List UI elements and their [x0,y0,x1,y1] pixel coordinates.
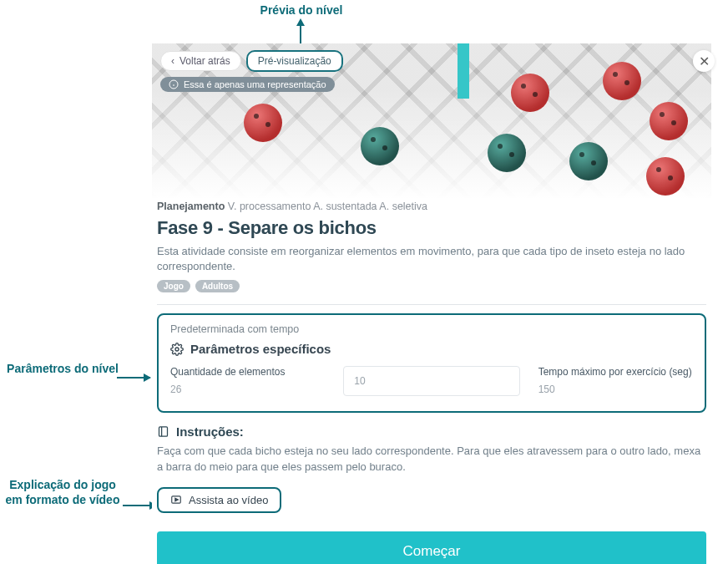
bug-icon [569,142,608,180]
param-mid-input[interactable]: 10 [343,366,519,396]
param-quantity-value: 26 [170,384,325,395]
param-time-value: 150 [538,384,693,395]
bug-icon [650,102,688,140]
activity-description: Esta atividade consiste em reorganizar e… [157,244,706,273]
params-top-note: Predeterminada com tempo [170,323,693,335]
bug-icon [646,157,685,196]
divider [157,304,706,305]
breadcrumb: Planejamento V. processamento A. sustent… [157,201,706,212]
parameters-card: Predeterminada com tempo Parâmetros espe… [157,313,706,413]
representation-note: Essa é apenas uma representação [160,77,335,92]
start-button[interactable]: Começar [157,531,706,564]
close-button[interactable]: ✕ [693,50,715,72]
bug-icon [603,62,641,100]
tag-audience: Adultos [195,280,240,292]
preview-button[interactable]: Pré-visualização [246,50,343,72]
back-button[interactable]: ‹ Voltar atrás [160,51,241,71]
params-heading: Parâmetros específicos [190,342,331,356]
bug-icon [361,127,399,165]
content-area: Planejamento V. processamento A. sustent… [152,201,711,564]
svg-rect-4 [159,427,168,436]
breadcrumb-main: Planejamento [157,201,225,212]
watch-video-label: Assista ao vídeo [189,494,268,506]
annotation-preview: Prévia do nível [239,3,364,18]
param-mid-value: 10 [354,375,365,387]
param-quantity: Quantidade de elementos 26 [170,366,325,396]
play-icon [170,494,182,506]
level-preview-area: ‹ Voltar atrás Pré-visualização Essa é a… [152,43,711,199]
param-time: Tempo máximo por exercício (seg) 150 [538,366,693,396]
params-row: Quantidade de elementos 26 10 Tempo máxi… [170,366,693,396]
bug-icon [511,74,549,112]
arrow-right-icon [123,505,156,506]
params-heading-row: Parâmetros específicos [170,342,693,356]
tag-row: Jogo Adultos [157,280,706,292]
info-icon [169,79,179,89]
close-icon: ✕ [699,53,710,69]
arrow-up-icon [296,18,305,26]
preview-label: Pré-visualização [258,55,331,67]
svg-point-3 [175,348,179,351]
page-title: Fase 9 - Separe os bichos [157,217,706,239]
bug-icon [488,134,526,172]
book-icon [157,425,169,438]
annotation-video: Explicação do jogo em formato de vídeo [3,478,122,507]
tag-game: Jogo [157,280,190,292]
svg-marker-7 [175,499,179,502]
param-quantity-label: Quantidade de elementos [170,366,325,379]
param-time-label: Tempo máximo por exercício (seg) [538,366,693,379]
bug-icon [244,104,282,142]
top-controls: ‹ Voltar atrás Pré-visualização [160,50,343,72]
back-label: Voltar atrás [179,55,230,67]
annotation-params: Parâmetros do nível [3,362,122,377]
level-dialog: ‹ Voltar atrás Pré-visualização Essa é a… [152,43,711,564]
instructions-heading: Instruções: [176,424,244,439]
representation-note-text: Essa é apenas uma representação [184,79,326,89]
arrow-right-icon [117,377,150,379]
gear-icon [170,343,184,356]
divider-bar [458,43,469,99]
chevron-left-icon: ‹ [171,55,174,67]
breadcrumb-rest: V. processamento A. sustentada A. seleti… [225,201,427,212]
watch-video-button[interactable]: Assista ao vídeo [157,487,281,513]
instructions-text: Faça com que cada bicho esteja no seu la… [157,444,706,475]
instructions-heading-row: Instruções: [157,424,706,439]
